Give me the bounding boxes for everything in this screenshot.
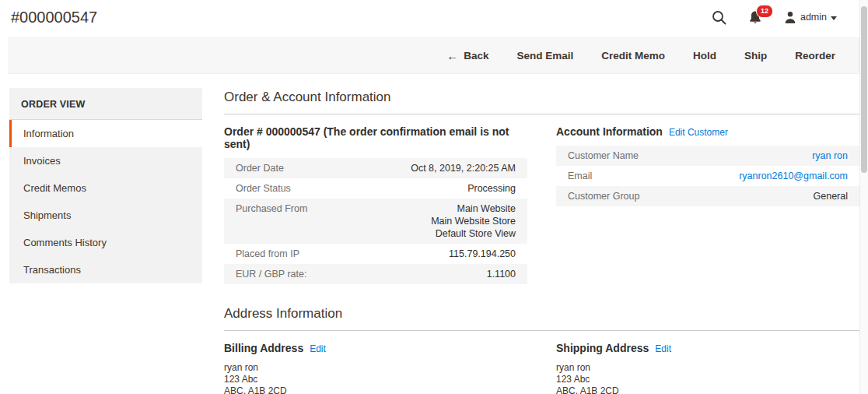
back-button-label: Back [464, 50, 488, 62]
table-row: Order Status Processing [224, 178, 527, 199]
table-row: EUR / GBP rate: 1.1100 [224, 264, 527, 284]
row-value: Processing [467, 182, 516, 195]
sidebar-item-invoices[interactable]: Invoices [9, 147, 202, 174]
billing-address-title: Billing Address [224, 342, 303, 354]
table-row: Customer Group General [556, 186, 859, 206]
sidebar-item-information[interactable]: Information [9, 120, 202, 147]
sidebar-item-transactions[interactable]: Transactions [9, 256, 202, 283]
content-area: ORDER VIEW Information Invoices Credit M… [9, 88, 859, 394]
person-icon [784, 11, 796, 24]
main-panel: Order & Account Information Order # 0000… [224, 88, 859, 394]
row-label: Customer Name [568, 150, 648, 162]
header-actions: 12 admin [712, 10, 837, 25]
customer-email-link[interactable]: ryanron2610@gmail.com [739, 170, 848, 182]
chevron-down-icon [831, 16, 837, 20]
order-actions-toolbar: ← Back Send Email Credit Memo Hold Ship … [9, 37, 859, 74]
shipping-address-text: ryan ron 123 Abc ABC, A1B 2CD United Kin… [556, 362, 859, 394]
edit-shipping-address-link[interactable]: Edit [655, 343, 671, 354]
row-label: EUR / GBP rate: [236, 268, 316, 280]
row-value: General [814, 190, 848, 202]
shipping-address-column: Shipping Address Edit ryan ron 123 Abc A… [556, 342, 859, 394]
row-label: Order Date [236, 162, 293, 174]
back-button[interactable]: ← Back [446, 49, 488, 62]
search-icon[interactable] [712, 10, 726, 25]
address-line: ryan ron [224, 362, 527, 374]
scrollbar-thumb[interactable] [861, 6, 867, 173]
reorder-button[interactable]: Reorder [795, 50, 835, 62]
address-line: ryan ron [556, 362, 859, 374]
shipping-address-title: Shipping Address [556, 342, 649, 354]
credit-memo-button[interactable]: Credit Memo [601, 50, 665, 62]
section-title-address: Address Information [224, 304, 859, 331]
admin-account-menu[interactable]: admin [784, 11, 837, 24]
edit-customer-link[interactable]: Edit Customer [669, 127, 728, 138]
order-information-column: Order # 000000547 (The order confirmatio… [224, 125, 527, 284]
sidebar-item-comments-history[interactable]: Comments History [9, 229, 202, 256]
order-subtitle: Order # 000000547 (The order confirmatio… [224, 125, 527, 150]
sidebar-item-shipments[interactable]: Shipments [9, 202, 202, 229]
notifications-count-badge: 12 [756, 5, 773, 18]
customer-name-link[interactable]: ryan ron [812, 150, 848, 162]
account-information-column: Account Information Edit Customer Custom… [556, 125, 859, 284]
address-line: 123 Abc [224, 374, 527, 385]
hold-button[interactable]: Hold [693, 50, 716, 62]
admin-account-label: admin [800, 12, 827, 23]
row-value: 115.79.194.250 [449, 248, 516, 260]
vertical-scrollbar[interactable] [859, 0, 868, 394]
sidebar-item-credit-memos[interactable]: Credit Memos [9, 174, 202, 202]
table-row: Email ryanron2610@gmail.com [556, 166, 859, 186]
edit-billing-address-link[interactable]: Edit [310, 343, 326, 354]
account-information-title: Account Information [556, 125, 663, 138]
page-header: #000000547 12 admin [0, 0, 868, 34]
row-value: 1.1100 [487, 268, 516, 280]
table-row: Customer Name ryan ron [556, 146, 859, 166]
row-label: Placed from IP [236, 248, 309, 260]
row-label: Order Status [236, 182, 300, 195]
row-label: Customer Group [568, 190, 649, 202]
billing-address-column: Billing Address Edit ryan ron 123 Abc AB… [224, 342, 527, 394]
billing-address-text: ryan ron 123 Abc ABC, A1B 2CD United Kin… [224, 362, 527, 394]
section-title-order-account: Order & Account Information [224, 88, 859, 114]
address-line: ABC, A1B 2CD [556, 385, 859, 394]
row-label: Email [568, 170, 601, 182]
table-row: Order Date Oct 8, 2019, 2:20:25 AM [224, 158, 527, 178]
table-row: Purchased From Main Website Main Website… [224, 199, 527, 244]
row-value: Oct 8, 2019, 2:20:25 AM [411, 162, 516, 174]
row-label: Purchased From [236, 202, 317, 240]
send-email-button[interactable]: Send Email [516, 50, 573, 62]
notifications-bell-icon[interactable]: 12 [748, 10, 762, 25]
sidebar-title: ORDER VIEW [9, 88, 202, 120]
account-info-table: Customer Name ryan ron Email ryanron2610… [556, 146, 859, 206]
address-line: ABC, A1B 2CD [224, 385, 527, 394]
address-line: 123 Abc [556, 374, 859, 385]
row-value: Main Website Main Website Store Default … [431, 202, 516, 240]
address-information-section: Address Information Billing Address Edit… [224, 304, 859, 394]
order-view-sidebar: ORDER VIEW Information Invoices Credit M… [9, 88, 202, 283]
back-arrow-icon: ← [446, 49, 458, 62]
ship-button[interactable]: Ship [744, 50, 767, 62]
page-title: #000000547 [11, 9, 97, 26]
table-row: Placed from IP 115.79.194.250 [224, 244, 527, 264]
order-info-table: Order Date Oct 8, 2019, 2:20:25 AM Order… [224, 158, 527, 284]
